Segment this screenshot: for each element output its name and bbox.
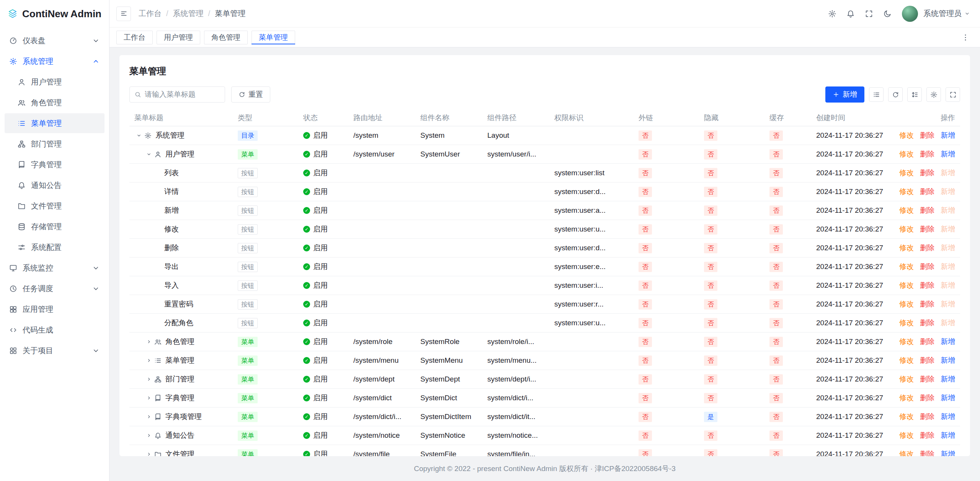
permission-cell: system:user:list bbox=[549, 164, 634, 182]
expand-row-icon[interactable] bbox=[144, 431, 154, 440]
modify-link[interactable]: 修改 bbox=[899, 449, 914, 456]
collapse-row-icon[interactable] bbox=[134, 131, 144, 140]
collapse-row-icon[interactable] bbox=[144, 150, 154, 159]
modify-link[interactable]: 修改 bbox=[899, 130, 914, 140]
modify-link[interactable]: 修改 bbox=[899, 393, 914, 403]
delete-link[interactable]: 删除 bbox=[920, 318, 934, 328]
sidebar-subitem-2[interactable]: 菜单管理 bbox=[5, 113, 105, 133]
expand-row-icon[interactable] bbox=[144, 412, 154, 421]
sidebar-item-3[interactable]: 任务调度 bbox=[5, 279, 105, 298]
add-link[interactable]: 新增 bbox=[941, 393, 955, 403]
delete-link[interactable]: 删除 bbox=[920, 130, 934, 140]
delete-link[interactable]: 删除 bbox=[920, 187, 934, 197]
app-logo[interactable]: ContiNew Admin bbox=[0, 0, 109, 28]
add-link[interactable]: 新增 bbox=[941, 412, 955, 422]
external-badge: 否 bbox=[639, 168, 652, 178]
sidebar-subitem-8[interactable]: 系统配置 bbox=[5, 237, 105, 257]
modify-link[interactable]: 修改 bbox=[899, 430, 914, 440]
sidebar-subitem-3[interactable]: 部门管理 bbox=[5, 134, 105, 154]
add-link[interactable]: 新增 bbox=[941, 130, 955, 140]
sidebar-subitem-6[interactable]: 文件管理 bbox=[5, 196, 105, 216]
delete-link[interactable]: 删除 bbox=[920, 149, 934, 159]
expand-row-icon[interactable] bbox=[144, 356, 154, 365]
modify-link[interactable]: 修改 bbox=[899, 243, 914, 253]
delete-link[interactable]: 删除 bbox=[920, 355, 934, 365]
delete-link[interactable]: 删除 bbox=[920, 393, 934, 403]
add-link[interactable]: 新增 bbox=[941, 449, 955, 456]
breadcrumb-item-1[interactable]: 系统管理 bbox=[173, 8, 204, 19]
breadcrumb-item-2[interactable]: 菜单管理 bbox=[215, 8, 245, 19]
modify-link[interactable]: 修改 bbox=[899, 374, 914, 384]
type-badge: 按钮 bbox=[238, 243, 258, 253]
modify-link[interactable]: 修改 bbox=[899, 412, 914, 422]
sidebar-subitem-1[interactable]: 角色管理 bbox=[5, 93, 105, 113]
modify-link[interactable]: 修改 bbox=[899, 168, 914, 178]
delete-link[interactable]: 删除 bbox=[920, 262, 934, 272]
delete-link[interactable]: 删除 bbox=[920, 280, 934, 290]
delete-link[interactable]: 删除 bbox=[920, 412, 934, 422]
modify-link[interactable]: 修改 bbox=[899, 187, 914, 197]
gear-tool-button[interactable] bbox=[926, 87, 941, 102]
line-height-tool-button[interactable] bbox=[907, 87, 922, 102]
sidebar-item-4[interactable]: 应用管理 bbox=[5, 299, 105, 319]
breadcrumb-item-0[interactable]: 工作台 bbox=[139, 8, 162, 19]
sidebar-subitem-4[interactable]: 字典管理 bbox=[5, 155, 105, 174]
add-button[interactable]: 新增 bbox=[825, 86, 864, 103]
type-badge: 菜单 bbox=[238, 412, 258, 422]
tab-0[interactable]: 工作台 bbox=[116, 31, 153, 44]
modify-link[interactable]: 修改 bbox=[899, 355, 914, 365]
refresh-tool-button[interactable] bbox=[888, 87, 903, 102]
modify-link[interactable]: 修改 bbox=[899, 337, 914, 347]
add-link[interactable]: 新增 bbox=[941, 430, 955, 440]
cache-badge: 否 bbox=[769, 393, 783, 403]
sidebar-collapse-button[interactable] bbox=[116, 7, 131, 21]
list-view-tool-button[interactable] bbox=[869, 87, 884, 102]
tab-1[interactable]: 用户管理 bbox=[157, 31, 200, 44]
modify-link[interactable]: 修改 bbox=[899, 262, 914, 272]
tab-actions-button[interactable] bbox=[959, 31, 972, 44]
delete-link[interactable]: 删除 bbox=[920, 224, 934, 234]
delete-link[interactable]: 删除 bbox=[920, 205, 934, 215]
sidebar-item-5[interactable]: 代码生成 bbox=[5, 320, 105, 340]
expand-row-icon[interactable] bbox=[144, 337, 154, 346]
avatar[interactable] bbox=[902, 6, 918, 22]
sidebar-item-6[interactable]: 关于项目 bbox=[5, 341, 105, 360]
fullscreen-button[interactable] bbox=[861, 6, 877, 21]
sidebar-item-2[interactable]: 系统监控 bbox=[5, 258, 105, 278]
bell-button[interactable] bbox=[843, 6, 858, 21]
delete-link[interactable]: 删除 bbox=[920, 243, 934, 253]
search-input[interactable] bbox=[145, 90, 220, 99]
add-link[interactable]: 新增 bbox=[941, 374, 955, 384]
gear-button[interactable] bbox=[825, 6, 840, 21]
sidebar-item-0[interactable]: 仪表盘 bbox=[5, 31, 105, 51]
delete-link[interactable]: 删除 bbox=[920, 430, 934, 440]
delete-link[interactable]: 删除 bbox=[920, 374, 934, 384]
modify-link[interactable]: 修改 bbox=[899, 224, 914, 234]
tab-3[interactable]: 菜单管理 bbox=[252, 31, 295, 44]
modify-link[interactable]: 修改 bbox=[899, 318, 914, 328]
moon-button[interactable] bbox=[880, 6, 895, 21]
expand-row-icon[interactable] bbox=[144, 375, 154, 384]
add-link[interactable]: 新增 bbox=[941, 337, 955, 347]
hidden-cell: 否 bbox=[699, 168, 764, 178]
delete-link[interactable]: 删除 bbox=[920, 168, 934, 178]
fullscreen-tool-button[interactable] bbox=[946, 87, 960, 102]
modify-link[interactable]: 修改 bbox=[899, 149, 914, 159]
sidebar-item-1[interactable]: 系统管理 bbox=[5, 51, 105, 71]
reset-button[interactable]: 重置 bbox=[231, 86, 270, 103]
sidebar-subitem-7[interactable]: 存储管理 bbox=[5, 217, 105, 236]
sidebar-subitem-0[interactable]: 用户管理 bbox=[5, 72, 105, 92]
expand-row-icon[interactable] bbox=[144, 450, 154, 456]
delete-link[interactable]: 删除 bbox=[920, 299, 934, 309]
modify-link[interactable]: 修改 bbox=[899, 299, 914, 309]
delete-link[interactable]: 删除 bbox=[920, 449, 934, 456]
delete-link[interactable]: 删除 bbox=[920, 337, 934, 347]
add-link[interactable]: 新增 bbox=[941, 355, 955, 365]
user-menu[interactable]: 系统管理员 bbox=[923, 8, 970, 19]
expand-row-icon[interactable] bbox=[144, 393, 154, 403]
sidebar-subitem-5[interactable]: 通知公告 bbox=[5, 175, 105, 195]
tab-2[interactable]: 角色管理 bbox=[204, 31, 248, 44]
modify-link[interactable]: 修改 bbox=[899, 205, 914, 215]
add-link[interactable]: 新增 bbox=[941, 149, 955, 159]
modify-link[interactable]: 修改 bbox=[899, 280, 914, 290]
